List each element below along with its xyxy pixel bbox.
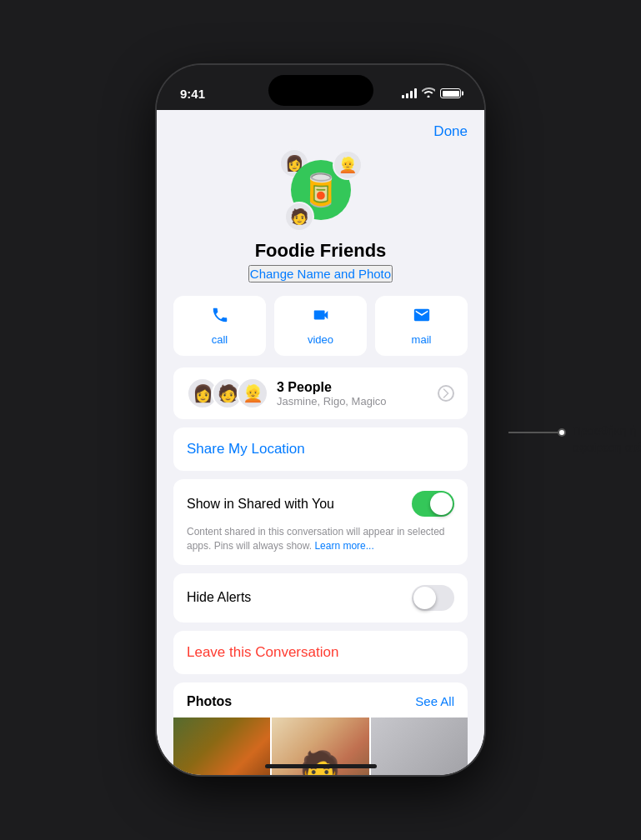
hide-alerts-label: Hide Alerts [187, 590, 251, 605]
people-avatars: 👩 🧑 👱 [187, 378, 268, 409]
shared-toggle-row: Show in Shared with You [187, 491, 454, 517]
wifi-icon [422, 88, 435, 100]
sheet-header: Done [157, 110, 484, 140]
signal-icon [402, 88, 417, 98]
photo-thumb-3[interactable] [371, 718, 468, 775]
call-label: call [212, 333, 228, 346]
change-name-photo-button[interactable]: Change Name and Photo [248, 265, 393, 282]
hide-alerts-toggle[interactable] [412, 585, 454, 611]
battery-icon [440, 88, 461, 98]
video-icon [312, 306, 330, 328]
person-avatar-3: 👱 [237, 378, 268, 409]
call-button[interactable]: call [173, 296, 266, 356]
home-indicator [265, 764, 377, 768]
shared-toggle[interactable] [412, 491, 454, 517]
photos-title: Photos [187, 694, 232, 709]
done-button[interactable]: Done [433, 123, 468, 140]
hide-alerts-row: Hide Alerts [187, 585, 454, 611]
mail-icon [413, 306, 431, 328]
mini-avatar-3: 🧑 [284, 202, 314, 232]
mail-button[interactable]: mail [375, 296, 468, 356]
call-icon [211, 306, 229, 328]
annotation-line1: Προσθήκη ή [573, 423, 641, 440]
chevron-right-icon [438, 385, 454, 402]
leave-conversation-button[interactable]: Leave this Conversation [173, 631, 468, 674]
leave-conversation-label: Leave this Conversation [187, 644, 338, 661]
see-all-button[interactable]: See All [415, 694, 454, 708]
avatar-group: 👩 🥫 👱 🧑 [279, 148, 363, 232]
group-avatar-emoji: 🥫 [301, 172, 340, 208]
shared-description: Content shared in this conversation will… [187, 525, 454, 553]
group-info-section: 👩 🥫 👱 🧑 Foodie Friends Change Na [157, 140, 484, 296]
group-name: Foodie Friends [255, 240, 387, 262]
mail-label: mail [412, 333, 432, 346]
mini-avatar-2: 👱 [333, 150, 363, 180]
people-row[interactable]: 👩 🧑 👱 3 People Jasmine, Rigo, Magico [173, 368, 468, 419]
annotation: Προσθήκη ή αφαίρεση ατόμων. [508, 423, 641, 456]
action-buttons-row: call video [157, 296, 484, 368]
learn-more-link[interactable]: Learn more... [314, 540, 373, 552]
share-location-label: Share My Location [187, 441, 305, 458]
video-button[interactable]: video [274, 296, 367, 356]
content-area: Done 👩 🥫 👱 [157, 110, 484, 775]
sheet: Done 👩 🥫 👱 [157, 110, 484, 775]
photos-header: Photos See All [173, 682, 468, 718]
annotation-line2: αφαίρεση ατόμων. [573, 440, 641, 457]
photos-section: Photos See All 🧑 [173, 682, 468, 775]
people-card: 👩 🧑 👱 3 People Jasmine, Rigo, Magico [173, 368, 468, 419]
people-info: 3 People Jasmine, Rigo, Magico [277, 380, 438, 408]
share-location-button[interactable]: Share My Location [173, 428, 468, 471]
status-icons [402, 88, 461, 100]
video-label: video [308, 333, 333, 346]
shared-with-you-card: Show in Shared with You Content shared i… [173, 479, 468, 565]
toggle-knob [430, 492, 453, 515]
status-time: 9:41 [180, 87, 205, 101]
photo-thumb-1[interactable] [173, 718, 270, 775]
hide-alerts-card: Hide Alerts [173, 573, 468, 622]
people-count: 3 People [277, 380, 438, 395]
dynamic-island [268, 75, 373, 106]
phone-frame: 9:41 [157, 65, 484, 775]
people-names: Jasmine, Rigo, Magico [277, 395, 438, 408]
shared-toggle-label: Show in Shared with You [187, 497, 334, 512]
hide-alerts-knob [413, 587, 436, 609]
